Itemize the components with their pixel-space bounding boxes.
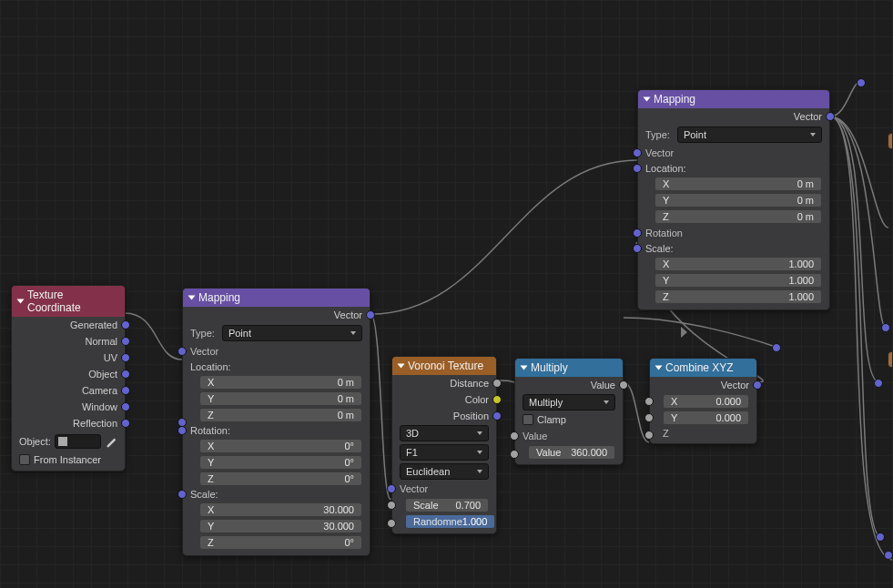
- node-header[interactable]: Multiply: [515, 359, 623, 377]
- collapse-icon[interactable]: [655, 366, 663, 370]
- type-label: Type:: [190, 328, 215, 339]
- socket-object[interactable]: [121, 370, 130, 379]
- node-header[interactable]: Mapping: [638, 90, 829, 108]
- type-label: Type:: [645, 129, 670, 140]
- socket-vector-in[interactable]: [178, 347, 187, 356]
- y-field[interactable]: Y0.000: [663, 411, 749, 425]
- output-distance: Distance: [450, 378, 489, 389]
- offscreen-socket-5[interactable]: [884, 551, 893, 560]
- node-title: Mapping: [198, 291, 240, 304]
- x-field[interactable]: X0.000: [663, 394, 749, 409]
- node-mapping-2[interactable]: Mapping Vector Type: Point Vector Locati…: [637, 89, 830, 310]
- scale-field[interactable]: Scale0.700: [405, 498, 489, 512]
- socket-vector-out[interactable]: [826, 112, 835, 121]
- socket-value-b[interactable]: [510, 450, 519, 459]
- dimensions-dropdown[interactable]: 3D: [400, 425, 489, 441]
- socket-scale[interactable]: [633, 244, 642, 253]
- clamp-label: Clamp: [537, 414, 566, 425]
- socket-uv[interactable]: [121, 353, 130, 362]
- socket-vector-in[interactable]: [633, 148, 642, 157]
- socket-rotation[interactable]: [178, 426, 187, 435]
- socket-vector-out[interactable]: [366, 310, 375, 319]
- socket-position[interactable]: [492, 411, 502, 421]
- from-instancer-checkbox[interactable]: [19, 454, 30, 465]
- collapse-icon[interactable]: [17, 299, 25, 304]
- clamp-checkbox[interactable]: [523, 414, 533, 425]
- output-camera: Camera: [82, 385, 117, 396]
- location-y[interactable]: Y0 m: [655, 193, 822, 208]
- collapse-icon[interactable]: [188, 296, 196, 300]
- node-texture-coordinate[interactable]: Texture Coordinate Generated Normal UV O…: [11, 285, 126, 471]
- node-header[interactable]: Voronoi Texture: [392, 357, 496, 375]
- location-z[interactable]: Z0 m: [199, 408, 362, 422]
- node-mapping-1[interactable]: Mapping Vector Type: Point Vector Locati…: [182, 288, 370, 556]
- node-header[interactable]: Combine XYZ: [650, 359, 756, 377]
- collapse-icon[interactable]: [644, 97, 651, 102]
- node-math-multiply[interactable]: Multiply Value Multiply Clamp Value Valu…: [514, 358, 624, 465]
- feature-dropdown[interactable]: F1: [400, 444, 489, 461]
- socket-randomness[interactable]: [387, 519, 396, 528]
- offscreen-socket-4[interactable]: [876, 532, 885, 542]
- scale-x[interactable]: X30.000: [199, 502, 362, 517]
- socket-color[interactable]: [492, 395, 502, 404]
- object-field[interactable]: [55, 434, 101, 449]
- socket-normal[interactable]: [121, 337, 130, 346]
- socket-y[interactable]: [644, 413, 654, 422]
- output-value: Value: [591, 380, 615, 390]
- scale-z[interactable]: Z0°: [199, 535, 362, 550]
- value-b-field[interactable]: Value360.000: [528, 445, 615, 460]
- socket-value-in[interactable]: [510, 431, 519, 441]
- socket-scale[interactable]: [387, 501, 396, 510]
- randomness-field[interactable]: Randomne1.000: [405, 514, 495, 529]
- scale-section: Scale:: [183, 487, 370, 502]
- location-y[interactable]: Y0 m: [199, 391, 362, 406]
- node-header[interactable]: Texture Coordinate: [12, 286, 125, 317]
- socket-vector-out[interactable]: [753, 380, 762, 390]
- location-x[interactable]: X0 m: [655, 177, 822, 191]
- eyedropper-icon[interactable]: [105, 435, 117, 448]
- node-combine-xyz[interactable]: Combine XYZ Vector X0.000 Y0.000 Z: [649, 358, 757, 444]
- node-voronoi-texture[interactable]: Voronoi Texture Distance Color Position …: [391, 356, 497, 534]
- output-vector: Vector: [794, 111, 822, 122]
- input-value: Value: [523, 431, 547, 441]
- offscreen-socket-3[interactable]: [874, 379, 883, 388]
- socket-distance[interactable]: [492, 379, 502, 388]
- socket-x[interactable]: [644, 397, 654, 406]
- socket-generated[interactable]: [121, 320, 130, 329]
- offscreen-socket-2[interactable]: [881, 323, 890, 332]
- node-title: Voronoi Texture: [408, 360, 483, 372]
- socket-reflection[interactable]: [121, 419, 130, 428]
- type-dropdown[interactable]: Point: [222, 325, 362, 341]
- object-label: Object:: [19, 436, 51, 447]
- input-vector: Vector: [190, 346, 218, 357]
- rotation-x[interactable]: X0°: [199, 439, 362, 453]
- metric-dropdown[interactable]: Euclidean: [400, 463, 489, 480]
- node-title: Combine XYZ: [665, 361, 734, 374]
- socket-camera[interactable]: [121, 386, 130, 395]
- location-z[interactable]: Z0 m: [655, 209, 822, 224]
- offscreen-node-1[interactable]: [888, 133, 893, 149]
- location-x[interactable]: X0 m: [199, 375, 362, 390]
- collapse-icon[interactable]: [521, 366, 528, 370]
- offscreen-socket-1[interactable]: [857, 78, 866, 87]
- socket-z[interactable]: [644, 431, 654, 440]
- socket-vector-in[interactable]: [387, 484, 396, 493]
- socket-rotation[interactable]: [633, 228, 642, 238]
- socket-location[interactable]: [633, 164, 642, 173]
- offscreen-socket-6[interactable]: [772, 343, 781, 352]
- scale-y[interactable]: Y30.000: [199, 519, 362, 533]
- scale-x[interactable]: X1.000: [655, 257, 822, 271]
- offscreen-node-2[interactable]: [888, 351, 893, 368]
- collapse-icon[interactable]: [398, 364, 405, 369]
- rotation-y[interactable]: Y0°: [199, 455, 362, 470]
- operation-dropdown[interactable]: Multiply: [523, 394, 615, 411]
- node-title: Mapping: [654, 93, 695, 106]
- rotation-z[interactable]: Z0°: [199, 471, 362, 486]
- socket-value-out[interactable]: [619, 380, 628, 390]
- scale-y[interactable]: Y1.000: [655, 273, 822, 288]
- type-dropdown[interactable]: Point: [677, 127, 822, 143]
- socket-scale[interactable]: [178, 490, 187, 499]
- scale-z[interactable]: Z1.000: [655, 289, 822, 304]
- node-header[interactable]: Mapping: [183, 289, 370, 307]
- socket-window[interactable]: [121, 402, 130, 411]
